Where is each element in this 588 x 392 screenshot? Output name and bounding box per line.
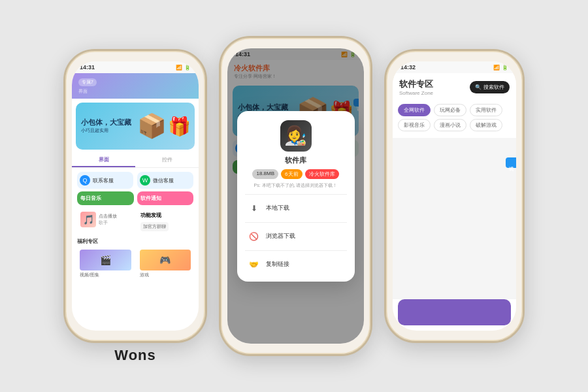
copy-icon: 🤝 bbox=[248, 258, 261, 271]
phone1-banner-text: 小包体，大宝藏 小巧且超实用 bbox=[76, 114, 137, 138]
phone1-screen: 14:31 📶 🔋 专属7 界面 小包体，大宝藏 小巧且超实用 📦 bbox=[72, 61, 199, 331]
modal-option-copy-label: 复制链接 bbox=[266, 260, 289, 269]
tab-widget[interactable]: 控件 bbox=[135, 154, 199, 167]
welfare-items: 🎬 视频/图集 🎮 游戏 bbox=[77, 247, 193, 281]
phone1-banner-sub: 小巧且超实用 bbox=[81, 127, 131, 134]
phone1-status-bar: 14:31 📶 🔋 bbox=[72, 61, 199, 73]
phone3-title: 软件专区 bbox=[399, 78, 433, 90]
grid-song[interactable]: 🎵 点击播放 歌手 bbox=[77, 208, 134, 235]
join-group-text: 加官方群聊 bbox=[143, 223, 166, 230]
phone1-banner-title: 小包体，大宝藏 bbox=[81, 118, 131, 127]
cat-cracked-games[interactable]: 破解游戏 bbox=[470, 119, 502, 131]
grid-features[interactable]: 功能发现 加官方群聊 bbox=[137, 208, 194, 235]
modal-divider1 bbox=[245, 194, 347, 195]
cat-all-software[interactable]: 全网软件 bbox=[398, 104, 431, 116]
modal-option-browser[interactable]: 🚫 浏览器下载 bbox=[245, 226, 347, 247]
phone3-categories: 全网软件 玩网必备 实用软件 影视音乐 漫画小说 破解游戏 bbox=[393, 100, 516, 138]
phone1-header: 专属7 界面 bbox=[72, 73, 199, 99]
wechat-icon: W bbox=[140, 175, 150, 186]
modal-divider3 bbox=[245, 250, 347, 251]
phone3-header: 软件专区 Software Zone 🔍 搜索软件 bbox=[393, 73, 516, 100]
grid-notify-label: 软件通知 bbox=[140, 195, 191, 202]
welfare-video[interactable]: 🎬 视频/图集 bbox=[77, 247, 134, 281]
qq-icon: Q bbox=[80, 175, 90, 186]
welfare-other-label: 游戏 bbox=[140, 272, 191, 278]
phone1-service-buttons: Q 联系客服 W 微信客服 bbox=[77, 172, 193, 189]
phone-2: 14:31 📶 🔋 冷火软件库 专注分享·网络营家！ 小包体，大宝藏 小巧且超实… bbox=[219, 36, 372, 356]
modal-option-local[interactable]: ⬇ 本地下载 bbox=[245, 198, 347, 219]
cat-comics[interactable]: 漫画小说 bbox=[434, 119, 466, 131]
phone1-banner: 小包体，大宝藏 小巧且超实用 📦 🎁 bbox=[76, 103, 195, 150]
phone1-banner-deco: 📦 🎁 bbox=[152, 105, 191, 147]
phone3-status-icons: 📶 🔋 bbox=[493, 65, 508, 71]
phone3-screen: 14:32 📶 🔋 软件专区 Software Zone 🔍 搜索软件 全网软件 bbox=[393, 61, 516, 331]
modal-note: Ps: 本吧下载不了的, 请选择浏览器下载！ bbox=[245, 182, 347, 189]
modal-tag-size: 18.8MB bbox=[252, 169, 278, 179]
modal-app-icon: 👩‍🎨 bbox=[280, 120, 312, 152]
welfare-video-label: 视频/图集 bbox=[80, 272, 131, 278]
grid-features-label: 功能发现 bbox=[140, 212, 191, 219]
phone-3: 14:32 📶 🔋 软件专区 Software Zone 🔍 搜索软件 全网软件 bbox=[384, 49, 525, 343]
browser-icon: 🚫 bbox=[248, 230, 261, 243]
grid-music-label: 每日音乐 bbox=[80, 195, 131, 202]
btn-wechat-label: 微信客服 bbox=[153, 177, 174, 184]
tab-interface[interactable]: 界面 bbox=[72, 154, 135, 167]
modal-tag-brand: 冷火软件库 bbox=[305, 169, 339, 179]
phone1-tabs: 界面 控件 bbox=[72, 154, 199, 168]
phone2-screen: 14:31 📶 🔋 冷火软件库 专注分享·网络营家！ 小包体，大宝藏 小巧且超实… bbox=[227, 48, 364, 344]
phone2-modal-overlay[interactable]: 👩‍🎨 软件库 18.8MB 6天前 冷火软件库 Ps: 本吧下载不了的, 请选… bbox=[227, 48, 364, 344]
search-label: 搜索软件 bbox=[483, 84, 504, 91]
phone3-bottom-bar bbox=[398, 299, 511, 325]
phone1-grid: 每日音乐 软件通知 🎵 点击播放 歌手 功能发现 bbox=[77, 191, 193, 235]
welfare-label: 福利专区 bbox=[77, 238, 193, 245]
phone3-subtitle: Software Zone bbox=[399, 90, 433, 96]
phone-1: 14:31 📶 🔋 专属7 界面 小包体，大宝藏 小巧且超实用 📦 bbox=[63, 49, 207, 343]
cat-practical[interactable]: 实用软件 bbox=[470, 104, 502, 116]
phone3-debug-tab[interactable]: 调试 bbox=[506, 157, 516, 168]
cat-play-essentials[interactable]: 玩网必备 bbox=[434, 104, 466, 116]
wons-label: Wons bbox=[114, 347, 155, 364]
phone3-status-bar: 14:32 📶 🔋 bbox=[393, 61, 516, 73]
phone1-badge: 专属7 bbox=[78, 78, 97, 86]
modal-tag-days: 6天前 bbox=[281, 169, 302, 179]
song-play-text: 点击播放 bbox=[99, 213, 117, 220]
modal-option-browser-label: 浏览器下载 bbox=[266, 232, 295, 240]
grid-music[interactable]: 每日音乐 bbox=[77, 191, 134, 205]
welfare-video-thumb: 🎬 bbox=[80, 250, 131, 270]
phone3-content-area: 调试 bbox=[393, 138, 516, 299]
phone2-modal: 👩‍🎨 软件库 18.8MB 6天前 冷火软件库 Ps: 本吧下载不了的, 请选… bbox=[237, 111, 355, 282]
welfare-other-thumb: 🎮 bbox=[140, 250, 191, 270]
btn-wechat-service[interactable]: W 微信客服 bbox=[137, 172, 193, 189]
phone1-status-icons: 📶 🔋 bbox=[176, 65, 191, 71]
modal-divider2 bbox=[245, 222, 347, 223]
grid-notify[interactable]: 软件通知 bbox=[137, 191, 194, 205]
download-icon: ⬇ bbox=[248, 202, 261, 215]
phone3-title-area: 软件专区 Software Zone bbox=[399, 78, 433, 96]
cat-video-music[interactable]: 影视音乐 bbox=[398, 119, 431, 131]
phone3-cat-row1: 全网软件 玩网必备 实用软件 bbox=[398, 104, 511, 116]
modal-tags: 18.8MB 6天前 冷火软件库 bbox=[245, 169, 347, 179]
song-thumbnail: 🎵 bbox=[80, 212, 96, 227]
search-software-button[interactable]: 🔍 搜索软件 bbox=[470, 81, 510, 93]
song-artist: 歌手 bbox=[99, 220, 117, 226]
phone3-time: 14:32 bbox=[400, 64, 416, 71]
grid-features-sub: 加官方群聊 bbox=[140, 222, 169, 231]
phone3-cat-row2: 影视音乐 漫画小说 破解游戏 bbox=[398, 119, 511, 131]
welfare-other[interactable]: 🎮 游戏 bbox=[137, 247, 194, 281]
btn-qq-service[interactable]: Q 联系客服 bbox=[77, 172, 133, 189]
phone1-header-label: 界面 bbox=[78, 88, 192, 95]
phone1-welfare: 福利专区 🎬 视频/图集 🎮 游戏 bbox=[77, 238, 193, 281]
modal-option-local-label: 本地下载 bbox=[266, 204, 289, 212]
modal-app-name: 软件库 bbox=[245, 155, 347, 165]
btn-qq-label: 联系客服 bbox=[93, 177, 114, 184]
search-icon: 🔍 bbox=[475, 84, 482, 90]
phone1-time: 14:31 bbox=[80, 64, 95, 71]
modal-option-copy[interactable]: 🤝 复制链接 bbox=[245, 254, 347, 275]
